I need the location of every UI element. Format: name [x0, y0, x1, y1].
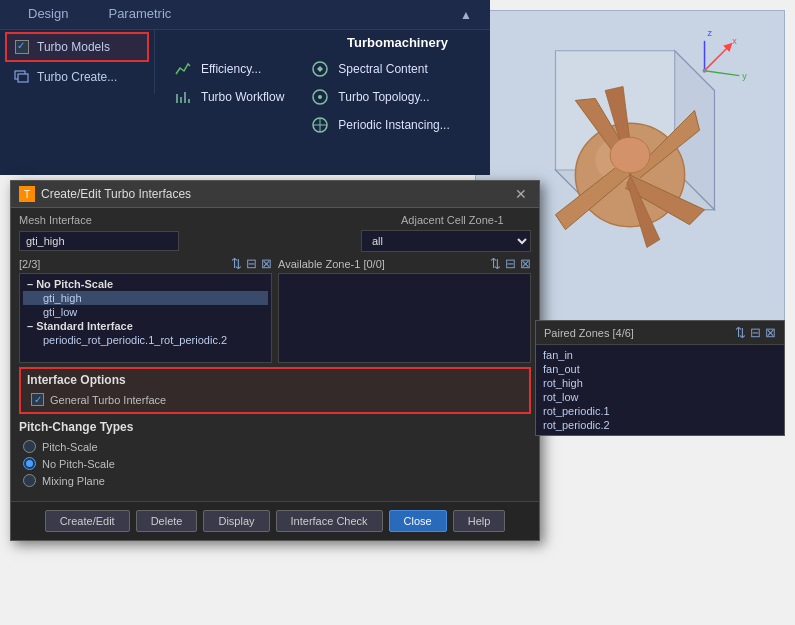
list-clear-icon[interactable]: ⊠ [261, 256, 272, 271]
mesh-interface-row: Mesh Interface Adjacent Cell Zone-1 [19, 214, 531, 226]
tab-expand-arrow[interactable]: ▲ [450, 2, 482, 28]
turbo-create-icon [13, 68, 31, 86]
efficiency-icon [173, 59, 193, 79]
toolbar-item-turbo-workflow[interactable]: Spectral Content [302, 55, 457, 83]
paired-zones-title: Paired Zones [4/6] [544, 327, 731, 339]
adjacent-cell-select[interactable]: all [361, 230, 531, 252]
interface-options-title: Interface Options [27, 373, 523, 387]
tab-design[interactable]: Design [8, 0, 88, 29]
turbo-models-icon [13, 38, 31, 56]
toolbar-item-spectral-content[interactable]: Turbo Workflow [165, 83, 292, 111]
list-item-periodic-rot[interactable]: periodic_rot_periodic.1_rot_periodic.2 [23, 333, 268, 347]
mesh-interface-inputs: all [19, 230, 531, 252]
avail-filter-icon[interactable]: ⊟ [505, 256, 516, 271]
adjacent-cell-label: Adjacent Cell Zone-1 [401, 214, 531, 226]
top-toolbar: Design Parametric ▲ Turbo Models [0, 0, 490, 175]
general-turbo-interface-row: General Turbo Interface [27, 391, 523, 408]
left-list-panel: [2/3] ⇅ ⊟ ⊠ – No Pitch-Scale gti_high gt… [19, 256, 272, 363]
paired-zone-rot-high[interactable]: rot_high [539, 376, 781, 390]
svg-point-19 [703, 69, 707, 73]
mixing-plane-radio[interactable] [23, 474, 36, 487]
right-list-panel: Available Zone-1 [0/0] ⇅ ⊟ ⊠ [278, 256, 531, 363]
no-pitch-scale-row: No Pitch-Scale [19, 455, 531, 472]
toolbar-item-turbo-topology[interactable]: Turbo Topology... [302, 83, 457, 111]
spectral-icon [173, 87, 193, 107]
dialog-close-button[interactable]: ✕ [511, 186, 531, 202]
create-edit-button[interactable]: Create/Edit [45, 510, 130, 532]
dialog-icon: T [19, 186, 35, 202]
toolbar-tabs-row: Design Parametric ▲ [0, 0, 490, 30]
svg-rect-1 [18, 74, 28, 82]
toolbar-item-periodic-instancing[interactable]: Periodic Instancing... [302, 111, 457, 139]
svg-text:x: x [732, 36, 737, 46]
toolbar-item-turbo-models[interactable]: Turbo Models [5, 32, 149, 62]
dialog-title: Create/Edit Turbo Interfaces [41, 187, 511, 201]
mesh-interface-list[interactable]: – No Pitch-Scale gti_high gti_low – Stan… [19, 273, 272, 363]
general-turbo-interface-checkbox[interactable] [31, 393, 44, 406]
paired-clear-icon[interactable]: ⊠ [765, 325, 776, 340]
interface-options-section: Interface Options General Turbo Interfac… [19, 367, 531, 414]
left-list-header: [2/3] ⇅ ⊟ ⊠ [19, 256, 272, 271]
svg-point-15 [610, 137, 650, 173]
pitch-change-section: Pitch-Change Types Pitch-Scale No Pitch-… [19, 420, 531, 489]
svg-point-6 [318, 95, 322, 99]
list-item-standard-interface-header[interactable]: – Standard Interface [23, 319, 268, 333]
paired-zone-rot-periodic-2[interactable]: rot_periodic.2 [539, 418, 781, 432]
pitch-change-title: Pitch-Change Types [19, 420, 531, 434]
pitch-scale-radio[interactable] [23, 440, 36, 453]
periodic-icon [310, 115, 330, 135]
list-item-no-pitch-scale-header[interactable]: – No Pitch-Scale [23, 277, 268, 291]
paired-zones-list[interactable]: fan_in fan_out rot_high rot_low rot_peri… [536, 345, 784, 435]
svg-text:y: y [742, 71, 747, 81]
toolbar-left-section: Turbo Models Turbo Create... [0, 30, 155, 94]
paired-zone-rot-low[interactable]: rot_low [539, 390, 781, 404]
paired-zones-header: Paired Zones [4/6] ⇅ ⊟ ⊠ [536, 321, 784, 345]
list-item-gti-high[interactable]: gti_high [23, 291, 268, 305]
paired-zone-fan-out[interactable]: fan_out [539, 362, 781, 376]
list-item-gti-low[interactable]: gti_low [23, 305, 268, 319]
pitch-scale-row: Pitch-Scale [19, 438, 531, 455]
left-list-count: [2/3] [19, 258, 227, 270]
mesh-interface-input[interactable] [19, 231, 179, 251]
list-sort-icon[interactable]: ⇅ [231, 256, 242, 271]
display-button[interactable]: Display [203, 510, 269, 532]
available-zone-label: Available Zone-1 [0/0] [278, 258, 486, 270]
avail-clear-icon[interactable]: ⊠ [520, 256, 531, 271]
delete-button[interactable]: Delete [136, 510, 198, 532]
create-edit-dialog: T Create/Edit Turbo Interfaces ✕ Mesh In… [10, 180, 540, 541]
dialog-content: Mesh Interface Adjacent Cell Zone-1 all … [11, 208, 539, 501]
paired-filter-icon[interactable]: ⊟ [750, 325, 761, 340]
avail-sort-icon[interactable]: ⇅ [490, 256, 501, 271]
dialog-titlebar: T Create/Edit Turbo Interfaces ✕ [11, 181, 539, 208]
mesh-interface-label: Mesh Interface [19, 214, 109, 226]
paired-zone-fan-in[interactable]: fan_in [539, 348, 781, 362]
right-list-header: Available Zone-1 [0/0] ⇅ ⊟ ⊠ [278, 256, 531, 271]
turbomachinery-title: Turbomachinery [315, 32, 480, 55]
toolbar-content: Turbo Models Turbo Create... Turbomachin… [0, 30, 490, 141]
paired-zones-panel: Paired Zones [4/6] ⇅ ⊟ ⊠ fan_in fan_out … [535, 320, 785, 436]
toolbar-right-section: Turbomachinery Efficiency... [155, 30, 490, 141]
no-pitch-scale-label: No Pitch-Scale [42, 458, 115, 470]
interface-check-button[interactable]: Interface Check [276, 510, 383, 532]
dialog-footer: Create/Edit Delete Display Interface Che… [11, 501, 539, 540]
tab-parametric[interactable]: Parametric [88, 0, 191, 29]
topology-icon [310, 87, 330, 107]
toolbar-item-efficiency[interactable]: Efficiency... [165, 55, 292, 83]
available-zone-list[interactable] [278, 273, 531, 363]
no-pitch-scale-radio[interactable] [23, 457, 36, 470]
mixing-plane-row: Mixing Plane [19, 472, 531, 489]
paired-zone-rot-periodic-1[interactable]: rot_periodic.1 [539, 404, 781, 418]
toolbar-item-turbo-create[interactable]: Turbo Create... [5, 62, 149, 92]
turbo-workflow-icon [310, 59, 330, 79]
svg-text:z: z [707, 28, 712, 38]
list-filter-icon[interactable]: ⊟ [246, 256, 257, 271]
pitch-scale-label: Pitch-Scale [42, 441, 98, 453]
general-turbo-interface-label: General Turbo Interface [50, 394, 166, 406]
help-button[interactable]: Help [453, 510, 506, 532]
list-section: [2/3] ⇅ ⊟ ⊠ – No Pitch-Scale gti_high gt… [19, 256, 531, 363]
mixing-plane-label: Mixing Plane [42, 475, 105, 487]
close-button[interactable]: Close [389, 510, 447, 532]
paired-sort-icon[interactable]: ⇅ [735, 325, 746, 340]
